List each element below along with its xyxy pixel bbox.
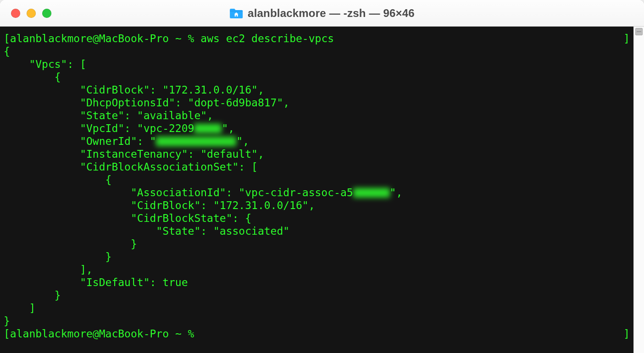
output-line: { [4,71,630,83]
traffic-lights [0,9,51,18]
output-line: "CidrBlockState": { [4,212,630,225]
prompt-separator: ~ % [169,328,200,340]
close-icon[interactable] [11,9,20,18]
window-title: alanblackmore — -zsh — 96×46 [229,7,415,20]
output-line: "CidrBlock": "172.31.0.0/16", [4,199,630,212]
prompt-line-1: [alanblackmore@MacBook-Pro ~ % aws ec2 d… [4,32,630,45]
window-title-text: alanblackmore — -zsh — 96×46 [248,7,415,20]
redacted-vpcid [194,124,222,133]
output-line: ], [4,263,630,276]
output-line: "OwnerId": "", [4,135,630,148]
output-line: "CidrBlock": "172.31.0.0/16", [4,83,630,96]
bracket-open: [ [4,33,10,44]
bracket-close: ] [623,327,630,340]
output-line: { [4,173,630,186]
output-line: "State": "available", [4,109,630,122]
zoom-icon[interactable] [42,9,51,18]
output-line: "Vpcs": [ [4,58,630,71]
output-line: } [4,250,630,263]
redacted-ownerid [156,137,236,146]
prompt-separator: ~ % [169,33,200,44]
terminal-window: alanblackmore — -zsh — 96×46 [alanblackm… [0,0,644,353]
output-line: "DhcpOptionsId": "dopt-6d9ba817", [4,96,630,109]
prompt-line-2: [alanblackmore@MacBook-Pro ~ % ] [4,327,630,340]
scrollbar-thumb[interactable] [635,28,643,35]
bracket-open: [ [4,328,10,340]
minimize-icon[interactable] [27,9,36,18]
output-line: ] [4,302,630,314]
command-text: aws ec2 describe-vpcs [200,33,334,44]
scrollbar[interactable] [633,27,644,353]
bracket-close: ] [623,32,630,45]
output-line: "AssociationId": "vpc-cidr-assoc-a5", [4,186,630,199]
output-line: "IsDefault": true [4,276,630,289]
output-line: } [4,314,630,327]
output-line: "CidrBlockAssociationSet": [ [4,160,630,173]
redacted-associd [353,188,390,198]
prompt-user-host: alanblackmore@MacBook-Pro [10,33,169,44]
output-line: { [4,45,630,58]
output-line: "VpcId": "vpc-2209", [4,122,630,135]
output-line: "InstanceTenancy": "default", [4,148,630,160]
output-line: } [4,289,630,302]
home-folder-icon [229,7,243,19]
titlebar[interactable]: alanblackmore — -zsh — 96×46 [0,0,644,27]
prompt-user-host: alanblackmore@MacBook-Pro [10,328,169,340]
output-line: } [4,237,630,250]
terminal-output[interactable]: [alanblackmore@MacBook-Pro ~ % aws ec2 d… [0,27,633,353]
output-line: "State": "associated" [4,225,630,237]
terminal-area: [alanblackmore@MacBook-Pro ~ % aws ec2 d… [0,27,644,353]
